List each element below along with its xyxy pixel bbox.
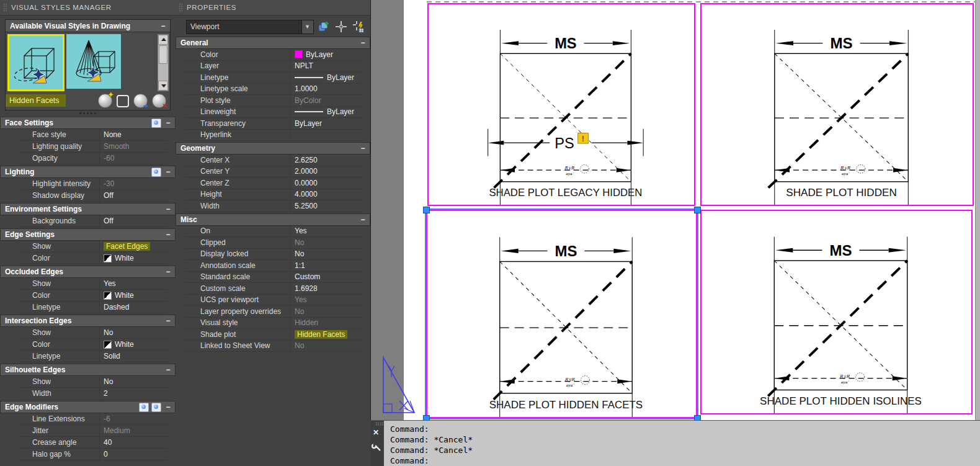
property-value[interactable]: Medium	[99, 425, 168, 436]
property-value[interactable]: 0.0000	[290, 177, 363, 189]
property-value[interactable]: -30	[99, 178, 168, 189]
section-header-geometry[interactable]: Geometry−	[176, 142, 370, 155]
property-value[interactable]: No	[99, 376, 168, 387]
property-value[interactable]	[290, 130, 363, 141]
section-header-intersection-edges[interactable]: Intersection Edges−	[0, 315, 176, 327]
property-value[interactable]: 40	[99, 437, 168, 448]
object-type-dropdown[interactable]: Viewport ▼	[186, 20, 314, 34]
line-extensions-icon[interactable]	[139, 403, 149, 412]
collapse-button[interactable]: −	[164, 365, 172, 374]
apply-visual-style-icon[interactable]	[117, 95, 129, 107]
palette-grip-icon[interactable]	[179, 3, 183, 12]
viewport-grip[interactable]	[423, 207, 430, 213]
property-value[interactable]: No	[290, 249, 363, 260]
property-value[interactable]: 4.0000	[290, 189, 363, 200]
property-value[interactable]: 1:1	[290, 260, 363, 271]
section-header-misc[interactable]: Misc−	[176, 213, 370, 226]
property-value[interactable]: ByLayer	[290, 49, 363, 60]
property-value[interactable]: 1.6928	[290, 283, 363, 294]
drawing-canvas[interactable]: MSR yRayaʼSHADE PLOT LEGACY HIDDENPS!MSR…	[370, 0, 980, 420]
delete-visual-style-icon[interactable]: ✕	[152, 94, 166, 108]
collapse-button[interactable]: −	[164, 316, 172, 325]
collapse-button[interactable]: −	[164, 403, 172, 411]
property-value[interactable]: White	[99, 339, 168, 350]
styles-scrollbar[interactable]	[158, 34, 169, 91]
collapse-button[interactable]: −	[164, 230, 172, 239]
property-value[interactable]: -60	[99, 153, 168, 164]
property-value[interactable]: Yes	[99, 278, 168, 289]
command-history[interactable]: Command:Command: *Cancel*Command: *Cance…	[384, 421, 473, 466]
command-grip-icon[interactable]	[375, 422, 384, 426]
property-value[interactable]: Custom	[290, 272, 363, 283]
property-value[interactable]: ByLayer	[290, 72, 363, 83]
section-header-silhouette-edges[interactable]: Silhouette Edges−	[0, 364, 176, 376]
dropdown-arrow-icon[interactable]: ▼	[301, 20, 313, 34]
section-header-edge-settings[interactable]: Edge Settings−	[0, 228, 176, 241]
collapse-button[interactable]: −	[164, 119, 172, 127]
property-value[interactable]: -6	[99, 413, 168, 424]
scroll-down-icon[interactable]	[158, 81, 168, 91]
section-header-edge-modifiers[interactable]: Edge Modifiers−	[0, 401, 176, 413]
property-value[interactable]: White	[99, 290, 168, 301]
available-styles-header[interactable]: Available Visual Styles in Drawing −	[6, 20, 170, 32]
color-swatch-icon[interactable]	[104, 341, 112, 349]
color-swatch-icon[interactable]	[295, 50, 303, 58]
collapse-button[interactable]: −	[164, 168, 172, 176]
face-highlight-icon[interactable]	[151, 119, 161, 128]
property-value[interactable]: Facet Edges	[99, 241, 168, 252]
property-value[interactable]: Solid	[99, 351, 168, 362]
jitter-icon[interactable]	[151, 403, 161, 412]
section-header-occluded-edges[interactable]: Occluded Edges−	[0, 266, 176, 278]
toggle-pickadd-button[interactable]	[317, 20, 331, 34]
close-icon[interactable]: ✕	[373, 428, 379, 437]
visual-style-thumbnail-hidden-facets[interactable]	[7, 34, 65, 91]
property-value[interactable]: No	[290, 306, 363, 317]
section-header-lighting[interactable]: Lighting−	[0, 166, 176, 178]
color-swatch-icon[interactable]	[104, 254, 112, 262]
property-value[interactable]: 1.0000	[290, 84, 363, 95]
property-value[interactable]: NPLT	[290, 61, 363, 72]
collapse-button[interactable]: −	[164, 267, 172, 276]
color-swatch-icon[interactable]	[104, 292, 112, 300]
wrench-icon[interactable]	[372, 442, 383, 453]
property-value[interactable]: Smooth	[99, 141, 168, 152]
property-value[interactable]: No	[290, 341, 363, 352]
lighting-highlight-icon[interactable]	[151, 168, 161, 177]
export-visual-style-icon[interactable]: ➜	[133, 94, 148, 108]
property-value[interactable]: Yes	[290, 295, 363, 306]
property-value[interactable]: Off	[99, 215, 168, 226]
viewport-shade-plot-hidden[interactable]: MSR yRayaʼSHADE PLOT HIDDEN	[700, 3, 974, 206]
scroll-up-icon[interactable]	[158, 35, 168, 45]
visual-style-thumbnail-hidden[interactable]	[66, 34, 121, 89]
create-visual-style-icon[interactable]: ✦	[98, 94, 112, 108]
property-value[interactable]: 2	[99, 388, 168, 399]
palette-grip-icon[interactable]	[3, 3, 7, 12]
property-value[interactable]: Dashed	[99, 302, 168, 313]
property-value[interactable]: 2.6250	[290, 155, 363, 166]
property-value[interactable]: ByLayer	[290, 118, 363, 129]
property-value[interactable]: Hidden	[290, 318, 363, 329]
property-value[interactable]: Yes	[290, 226, 363, 237]
property-value[interactable]: 5.2500	[290, 200, 363, 212]
viewport-grip[interactable]	[423, 415, 430, 421]
section-header-environment-settings[interactable]: Environment Settings−	[0, 203, 176, 215]
properties-title-bar[interactable]: PROPERTIES	[176, 0, 370, 16]
property-value[interactable]: ByColor	[290, 95, 363, 106]
property-value[interactable]: No	[99, 327, 168, 338]
property-value[interactable]: 0	[99, 449, 168, 460]
section-header-general[interactable]: General−	[176, 37, 370, 49]
collapse-button[interactable]: −	[359, 144, 367, 153]
select-objects-button[interactable]	[334, 20, 348, 34]
property-value[interactable]: None	[99, 129, 168, 140]
scrollbar-thumb[interactable]	[159, 45, 167, 64]
property-value[interactable]: White	[99, 253, 168, 264]
property-value[interactable]: Hidden Facets	[290, 329, 363, 340]
panel-resize-grip[interactable]	[0, 110, 176, 115]
collapse-button[interactable]: −	[359, 38, 367, 47]
collapse-button[interactable]: −	[164, 205, 172, 213]
section-header-face-settings[interactable]: Face Settings−	[0, 117, 176, 129]
property-value[interactable]: 2.0000	[290, 166, 363, 177]
property-value[interactable]: Off	[99, 190, 168, 201]
collapse-button[interactable]: −	[159, 22, 167, 30]
viewport-grip[interactable]	[694, 207, 701, 213]
